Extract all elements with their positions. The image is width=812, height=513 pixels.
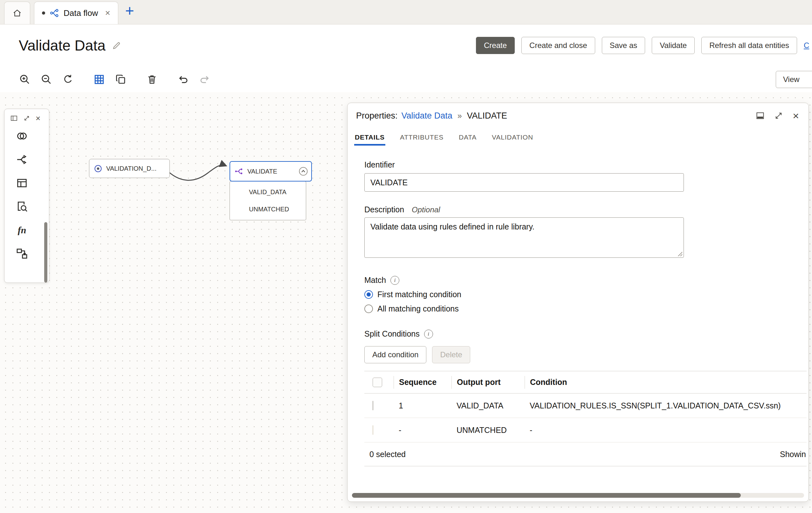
grid-icon <box>93 74 105 85</box>
expand-panel-icon[interactable] <box>23 114 31 122</box>
clipped-link[interactable]: C <box>804 41 809 50</box>
refresh-data-entities-button[interactable]: Refresh all data entities <box>701 37 797 54</box>
split-conditions-table: Sequence Output port Condition 1 VALID_D… <box>364 371 807 466</box>
home-icon <box>12 8 22 18</box>
lookup-operator-icon <box>16 200 28 213</box>
palette-pivot-operator[interactable] <box>4 171 39 195</box>
reset-zoom-button[interactable] <box>61 72 75 87</box>
breadcrumb-current: VALIDATE <box>467 111 508 121</box>
title-bar: Validate Data Create Create and close Sa… <box>0 25 812 66</box>
description-textarea[interactable]: Validate data using rules defined in rul… <box>364 217 684 258</box>
tab-details[interactable]: DETAILS <box>354 129 385 146</box>
dataflow-icon <box>50 8 59 18</box>
tab-data[interactable]: DATA <box>458 129 477 146</box>
zoom-in-icon <box>19 74 31 85</box>
table-row[interactable]: 1 VALID_DATA VALIDATION_RULES.IS_SSN(SPL… <box>364 393 807 418</box>
breadcrumb-dataflow-link[interactable]: Validate Data <box>402 111 453 121</box>
view-button[interactable]: View <box>776 71 812 88</box>
cell-sequence: 1 <box>394 401 452 410</box>
split-conditions-info-icon[interactable]: i <box>424 330 433 338</box>
create-button[interactable]: Create <box>476 37 515 54</box>
properties-tabs: DETAILS ATTRIBUTES DATA VALIDATION <box>348 128 809 146</box>
col-condition: Condition <box>525 376 807 389</box>
radio-selected-icon[interactable] <box>364 290 373 299</box>
palette-union-operator[interactable] <box>4 124 39 148</box>
pivot-operator-icon <box>16 177 28 189</box>
toggle-grid-button[interactable] <box>92 72 107 87</box>
duplicate-button[interactable] <box>114 72 128 87</box>
tab-label: Data flow <box>64 8 98 18</box>
cell-condition: VALIDATION_RULES.IS_SSN(SPLIT_1.VALIDATI… <box>525 401 807 410</box>
close-tab-icon[interactable]: × <box>105 8 110 18</box>
match-label-row: Match i <box>364 276 809 285</box>
panel-horizontal-scrollbar[interactable] <box>352 493 804 498</box>
tab-data-flow[interactable]: Data flow × <box>34 2 118 24</box>
split-conditions-label-row: Split Conditions i <box>364 329 809 338</box>
edit-title-icon[interactable] <box>112 41 121 50</box>
delete-node-button[interactable] <box>145 72 159 87</box>
cell-output-port: VALID_DATA <box>452 401 525 410</box>
header-actions: Create Create and close Save as Validate… <box>476 37 809 54</box>
match-info-icon[interactable]: i <box>390 276 399 285</box>
delete-condition-button[interactable]: Delete <box>432 346 470 363</box>
dataflow-canvas[interactable]: × <box>0 92 812 513</box>
palette-lookup-operator[interactable] <box>4 195 39 218</box>
tab-validation[interactable]: VALIDATION <box>491 129 534 146</box>
col-sequence: Sequence <box>394 376 452 389</box>
properties-body: Identifier Description Optional Validate… <box>348 146 809 466</box>
new-tab-button[interactable]: + <box>125 3 134 21</box>
row-checkbox[interactable] <box>373 401 373 410</box>
operator-palette: × <box>4 109 49 283</box>
dock-bottom-icon[interactable] <box>756 111 765 120</box>
table-row[interactable]: - UNMATCHED - <box>364 418 807 443</box>
properties-header: Properties: Validate Data » VALIDATE × <box>348 103 809 128</box>
create-and-close-button[interactable]: Create and close <box>521 37 595 54</box>
node-label: VALIDATE <box>248 168 277 175</box>
zoom-in-button[interactable] <box>18 72 32 87</box>
palette-split-operator[interactable] <box>4 148 39 171</box>
collapse-ports-icon[interactable] <box>298 167 308 176</box>
tab-attributes[interactable]: ATTRIBUTES <box>399 129 444 146</box>
redo-icon <box>199 74 210 85</box>
maximize-panel-icon[interactable] <box>774 111 783 120</box>
zoom-out-button[interactable] <box>39 72 54 87</box>
radio-unselected-icon[interactable] <box>364 304 373 313</box>
close-panel-icon[interactable]: × <box>792 110 799 121</box>
showing-label: Showin <box>780 450 807 459</box>
output-port-valid-data[interactable]: VALID_DATA <box>249 188 306 196</box>
output-port-unmatched[interactable]: UNMATCHED <box>249 206 306 213</box>
palette-scrollbar-thumb[interactable] <box>44 222 47 282</box>
reset-canvas-icon <box>62 74 74 85</box>
page-title: Validate Data <box>19 37 106 54</box>
col-output-port: Output port <box>452 376 525 389</box>
properties-panel: Properties: Validate Data » VALIDATE × D… <box>347 103 809 502</box>
palette-expression-operator[interactable]: fn <box>4 218 39 242</box>
add-condition-button[interactable]: Add condition <box>364 346 426 363</box>
table-footer: 0 selected Showin <box>364 443 807 466</box>
row-checkbox-disabled <box>373 425 373 435</box>
select-all-checkbox[interactable] <box>373 378 382 387</box>
node-validate[interactable]: VALIDATE <box>230 161 312 181</box>
node-label: VALIDATION_D... <box>106 165 156 172</box>
split-node-icon <box>235 167 243 176</box>
identifier-input[interactable] <box>364 173 684 192</box>
node-validation-data-source[interactable]: VALIDATION_D... <box>89 159 170 178</box>
table-header-row: Sequence Output port Condition <box>364 371 807 393</box>
canvas-toolbar: View <box>0 66 812 92</box>
palette-flow-operator[interactable] <box>4 242 39 265</box>
radio-first-matching[interactable]: First matching condition <box>364 290 809 299</box>
validate-button[interactable]: Validate <box>652 37 695 54</box>
radio-all-matching[interactable]: All matching conditions <box>364 304 809 313</box>
tab-bar: Data flow × + <box>0 0 812 25</box>
breadcrumb-separator-icon: » <box>456 111 463 120</box>
close-palette-icon[interactable]: × <box>36 114 40 122</box>
panel-scrollbar-thumb[interactable] <box>352 493 741 498</box>
undo-button[interactable] <box>176 72 191 87</box>
save-as-button[interactable]: Save as <box>602 37 645 54</box>
redo-button[interactable] <box>198 72 212 87</box>
palette-header: × <box>4 109 49 124</box>
dock-panel-icon[interactable] <box>10 114 18 122</box>
validate-output-ports: VALID_DATA UNMATCHED <box>230 181 306 220</box>
zoom-out-icon <box>41 74 52 85</box>
tab-home[interactable] <box>4 2 30 24</box>
